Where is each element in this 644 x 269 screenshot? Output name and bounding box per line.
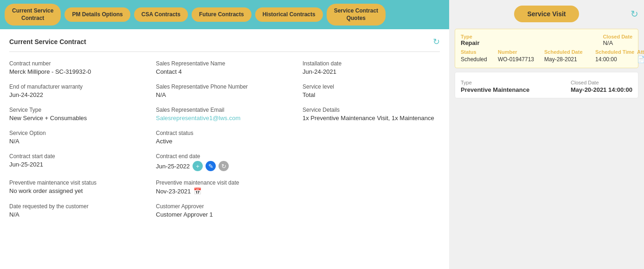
right-panel: Service Visit ↻ Type Repair Closed Date … xyxy=(449,0,644,269)
visit-type-value: Repair xyxy=(461,39,479,46)
contract-end-value: Jun-25-2022 xyxy=(156,163,190,170)
service-level-value: Total xyxy=(303,91,440,98)
field-contract-end: Contract end date Jun-25-2022 + ✎ ↻ xyxy=(156,153,293,171)
field-end-of-warranty: End of manufacturer warranty Jun-24-2022 xyxy=(9,83,147,98)
fields-grid: Contract number Merck Millipore - SC-319… xyxy=(9,60,440,218)
end-of-warranty-label: End of manufacturer warranty xyxy=(9,83,147,90)
end-of-warranty-value: Jun-24-2022 xyxy=(9,91,147,98)
tab-future-contracts[interactable]: Future Contracts xyxy=(192,7,251,22)
field-sales-rep-email: Sales Representative Email Salesrepresen… xyxy=(156,107,293,122)
section-header: Current Service Contract ↻ xyxy=(9,37,440,52)
pm-closed-label: Closed Date xyxy=(571,80,632,85)
contract-end-row: Jun-25-2022 + ✎ ↻ xyxy=(156,161,293,171)
add-icon[interactable]: + xyxy=(193,161,203,171)
sales-rep-name-value: Contact 4 xyxy=(156,68,293,75)
field-empty-4 xyxy=(303,203,440,218)
field-contract-start: Contract start date Jun-25-2021 xyxy=(9,153,147,171)
visit-card-pm: Type Preventive Maintenance Closed Date … xyxy=(455,72,638,98)
contract-end-label: Contract end date xyxy=(156,153,293,160)
col-attachments-header: Attachments xyxy=(637,49,644,55)
field-pm-visit-date: Preventive maintenance visit date Nov-23… xyxy=(156,179,293,195)
field-service-option: Service Option N/A xyxy=(9,130,147,145)
visit-type-col: Type Repair xyxy=(461,34,479,46)
contract-start-value: Jun-25-2021 xyxy=(9,161,147,168)
pm-visit-status-value: No work order assigned yet xyxy=(9,187,147,194)
field-customer-approver: Customer Approver Customer Approver 1 xyxy=(156,203,293,218)
service-type-label: Service Type xyxy=(9,107,147,113)
right-header: Service Visit ↻ xyxy=(455,6,638,22)
tab-current-service-contract[interactable]: Current ServiceContract xyxy=(5,4,61,26)
content-area: Current Service Contract ↻ Contract numb… xyxy=(0,29,449,269)
contract-status-value: Active xyxy=(156,138,293,145)
contract-status-label: Contract status xyxy=(156,130,293,136)
contract-start-label: Contract start date xyxy=(9,153,147,160)
contract-number-label: Contract number xyxy=(9,60,147,67)
field-contract-status: Contract status Active xyxy=(156,130,293,145)
row-status: Scheduled xyxy=(461,56,498,63)
service-visit-button[interactable]: Service Visit xyxy=(514,6,579,22)
visit-card-bottom-pm: Type Preventive Maintenance Closed Date … xyxy=(461,80,632,93)
tab-service-contract-quotes[interactable]: Service ContractQuotes xyxy=(327,4,386,26)
field-empty-3 xyxy=(303,179,440,195)
field-service-type: Service Type New Service + Consumables xyxy=(9,107,147,122)
pm-type-col: Type Preventive Maintenance xyxy=(461,80,529,93)
field-service-level: Service level Total xyxy=(303,83,440,98)
calendar-icon[interactable]: 📅 xyxy=(193,187,201,195)
field-empty-2 xyxy=(303,153,440,171)
field-sales-rep-name: Sales Representative Name Contact 4 xyxy=(156,60,293,75)
field-empty-1 xyxy=(303,130,440,145)
service-details-label: Service Details xyxy=(303,107,440,113)
attachment-icon[interactable]: 📄 xyxy=(637,56,644,63)
pm-type-label: Type xyxy=(461,80,529,85)
date-requested-label: Date requested by the customer xyxy=(9,203,147,210)
tab-pm-details-options[interactable]: PM Details Options xyxy=(64,7,130,22)
service-option-value: N/A xyxy=(9,138,147,145)
sales-rep-name-label: Sales Representative Name xyxy=(156,60,293,67)
contract-number-value: Merck Millipore - SC-319932-0 xyxy=(9,68,147,75)
field-contract-number: Contract number Merck Millipore - SC-319… xyxy=(9,60,147,75)
tab-historical-contracts[interactable]: Historical Contracts xyxy=(255,7,323,22)
visit-table-row: Scheduled WO-01947713 May-28-2021 14:00:… xyxy=(461,56,632,63)
right-refresh-icon[interactable]: ↻ xyxy=(631,8,638,19)
field-installation-date: Installation date Jun-24-2021 xyxy=(303,60,440,75)
col-status-header: Status xyxy=(461,49,498,55)
pm-closed-value: May-20-2021 14:00:00 xyxy=(571,86,632,93)
visit-closed-col: Closed Date N/A xyxy=(603,34,632,46)
customer-approver-label: Customer Approver xyxy=(156,203,293,210)
col-scheduled-time-header: Scheduled Time xyxy=(595,49,637,55)
pm-type-value: Preventive Maintenance xyxy=(461,86,529,93)
col-scheduled-date-header: Scheduled Date xyxy=(544,49,595,55)
installation-date-value: Jun-24-2021 xyxy=(303,68,440,75)
tab-bar: Current ServiceContract PM Details Optio… xyxy=(0,0,449,29)
refresh-icon[interactable]: ↻ xyxy=(433,37,440,47)
col-number-header: Number xyxy=(498,49,544,55)
tab-csa-contracts[interactable]: CSA Contracts xyxy=(134,7,188,22)
visit-card-top-repair: Type Repair Closed Date N/A xyxy=(461,34,632,46)
pm-visit-status-label: Preventive maintenance visit status xyxy=(9,179,147,186)
edit-icon[interactable]: ✎ xyxy=(206,161,216,171)
field-pm-visit-status: Preventive maintenance visit status No w… xyxy=(9,179,147,195)
field-date-requested: Date requested by the customer N/A xyxy=(9,203,147,218)
visit-closed-value: N/A xyxy=(603,39,632,46)
sales-rep-email-value[interactable]: Salesrepresentative1@lws.com xyxy=(156,115,293,122)
service-details-value: 1x Preventive Maintenance Visit, 1x Main… xyxy=(303,115,440,122)
visit-table-header: Status Number Scheduled Date Scheduled T… xyxy=(461,49,632,55)
service-option-label: Service Option xyxy=(9,130,147,136)
visit-closed-label: Closed Date xyxy=(603,34,632,39)
date-requested-value: N/A xyxy=(9,211,147,218)
field-sales-rep-phone: Sales Representative Phone Number N/A xyxy=(156,83,293,98)
row-scheduled-date: May-28-2021 xyxy=(544,56,595,63)
row-scheduled-time: 14:00:00 xyxy=(595,56,637,63)
pm-visit-date-value: Nov-23-2021 xyxy=(156,188,191,195)
row-number: WO-01947713 xyxy=(498,56,544,63)
sales-rep-phone-label: Sales Representative Phone Number xyxy=(156,83,293,90)
visit-card-repair: Type Repair Closed Date N/A Status Numbe… xyxy=(455,29,638,68)
service-type-value: New Service + Consumables xyxy=(9,115,147,122)
customer-approver-value: Customer Approver 1 xyxy=(156,211,293,218)
field-service-details: Service Details 1x Preventive Maintenanc… xyxy=(303,107,440,122)
pm-closed-col: Closed Date May-20-2021 14:00:00 xyxy=(571,80,632,93)
pm-visit-date-row: Nov-23-2021 📅 xyxy=(156,187,293,195)
service-level-label: Service level xyxy=(303,83,440,90)
sync-icon[interactable]: ↻ xyxy=(219,161,229,171)
section-title: Current Service Contract xyxy=(9,38,86,45)
